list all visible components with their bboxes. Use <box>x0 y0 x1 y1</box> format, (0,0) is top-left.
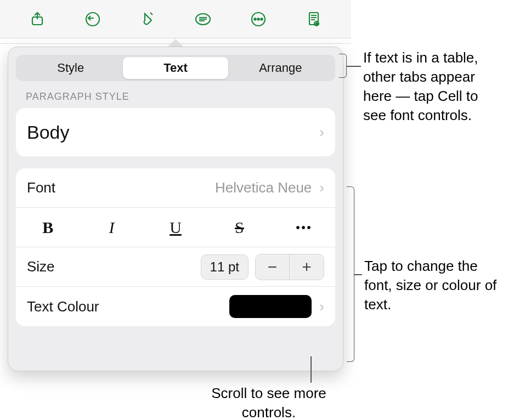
svg-point-1 <box>86 13 99 26</box>
svg-point-9 <box>315 22 317 24</box>
callout-font: Tap to change the font, size or colour o… <box>364 257 501 314</box>
callout-bracket-tabs <box>339 54 347 78</box>
text-colour-label: Text Colour <box>27 298 99 315</box>
svg-point-4 <box>254 18 256 20</box>
callout-tabs: If text is in a table, other tabs appear… <box>363 48 501 125</box>
size-stepper: − + <box>255 254 324 280</box>
tab-bar: Style Text Arrange <box>16 55 335 81</box>
size-row: Size 11 pt − + <box>16 247 335 287</box>
svg-point-12 <box>307 226 310 229</box>
document-view-icon[interactable] <box>303 8 325 30</box>
underline-button[interactable]: U <box>144 208 207 247</box>
svg-point-11 <box>302 226 304 229</box>
callout-line <box>354 274 362 275</box>
font-label: Font <box>27 179 55 196</box>
font-card: Font Helvetica Neue › B I U S Size 11 pt… <box>16 168 335 326</box>
format-popover: Style Text Arrange Paragraph Style Body … <box>8 47 343 371</box>
italic-button[interactable]: I <box>80 208 143 247</box>
svg-point-6 <box>261 18 262 20</box>
callout-bracket-font <box>347 186 354 362</box>
main-toolbar <box>0 0 351 38</box>
insert-icon[interactable] <box>192 8 214 30</box>
text-colour-row[interactable]: Text Colour › <box>16 287 335 326</box>
font-value: Helvetica Neue <box>215 179 312 196</box>
size-decrease-button[interactable]: − <box>256 254 290 280</box>
paragraph-style-value: Body <box>27 122 70 143</box>
format-brush-icon[interactable] <box>137 8 159 30</box>
share-icon[interactable] <box>26 8 48 30</box>
text-style-row: B I U S <box>16 208 335 247</box>
strikethrough-button[interactable]: S <box>207 208 271 247</box>
bold-button[interactable]: B <box>16 208 80 247</box>
callout-scroll: Scroll to see more controls. <box>203 384 335 420</box>
paragraph-style-row[interactable]: Body › <box>16 108 335 156</box>
more-text-options-button[interactable] <box>272 208 335 247</box>
size-value[interactable]: 11 pt <box>201 254 249 280</box>
size-label: Size <box>27 258 55 275</box>
undo-icon[interactable] <box>82 8 104 30</box>
svg-point-10 <box>296 226 299 229</box>
paragraph-style-heading: Paragraph Style <box>26 91 335 103</box>
text-colour-swatch[interactable] <box>229 295 312 318</box>
chevron-right-icon: › <box>319 179 324 196</box>
tab-text[interactable]: Text <box>123 57 228 79</box>
paragraph-style-card: Body › <box>16 108 335 156</box>
scroll-fade <box>8 354 343 371</box>
chevron-right-icon: › <box>319 298 324 315</box>
tab-style[interactable]: Style <box>18 57 123 79</box>
more-icon[interactable] <box>247 8 269 30</box>
callout-line <box>311 356 312 383</box>
chevron-right-icon: › <box>319 124 324 141</box>
callout-line <box>347 66 361 67</box>
svg-point-5 <box>257 18 259 20</box>
tab-arrange[interactable]: Arrange <box>228 57 333 79</box>
size-increase-button[interactable]: + <box>290 254 324 280</box>
font-row[interactable]: Font Helvetica Neue › <box>16 168 335 208</box>
